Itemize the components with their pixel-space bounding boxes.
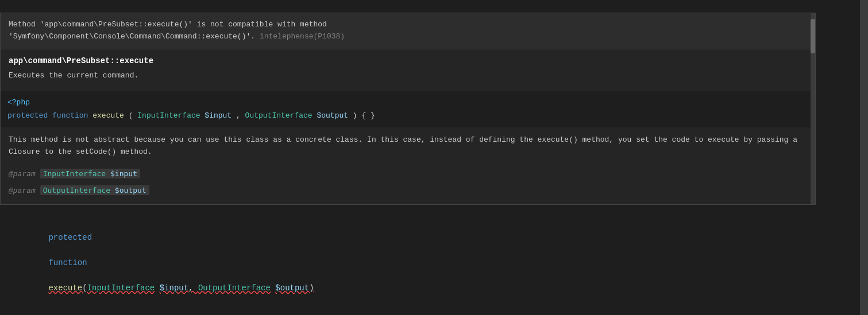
param2-tag: @param: [9, 186, 36, 195]
exec-open-paren: (: [82, 283, 87, 293]
php-tag: <?php: [7, 98, 30, 107]
hover-popup: Method 'app\command\PreSubset::execute()…: [0, 13, 816, 205]
error-source: intelephense(P1038): [260, 32, 345, 41]
exec-method-name: execute: [48, 283, 82, 293]
line-open-brace: {: [0, 308, 868, 315]
sig-open-paren: (: [129, 111, 133, 120]
param2-var: $output: [115, 186, 146, 195]
param2-type: OutputInterface: [43, 186, 110, 195]
exec-param1-var: $input: [160, 283, 188, 293]
param-section: @param InputInterface $input @param Outp…: [1, 165, 815, 204]
param1-line: @param InputInterface $input: [9, 167, 807, 181]
sig-tail: ) { }: [353, 111, 375, 120]
exec-param2-type: OutputInterface: [198, 283, 271, 293]
php-tag-line: <?php: [7, 96, 808, 109]
sig-param1-type: InputInterface: [137, 111, 200, 120]
sig-function: function: [52, 111, 88, 120]
sig-method: execute: [92, 111, 124, 120]
doc-section: app\command\PreSubset::execute Executes …: [1, 49, 815, 92]
sig-param2-var: $output: [317, 111, 348, 120]
editor-scrollbar[interactable]: [860, 0, 868, 315]
param1-type: InputInterface: [43, 169, 106, 178]
exec-comma: ,: [188, 283, 198, 293]
line-execute-signature: protected function execute(InputInterfac…: [0, 218, 868, 308]
error-section: Method 'app\command\PreSubset::execute()…: [1, 13, 815, 49]
sig-param2-type: OutputInterface: [245, 111, 313, 120]
popup-scrollbar[interactable]: [811, 13, 815, 204]
code-snippet: <?php protected function execute ( Input…: [1, 91, 815, 127]
exec-close-paren: ): [309, 283, 314, 293]
signature-line: protected function execute ( InputInterf…: [7, 109, 808, 122]
sig-param1-var: $input: [205, 111, 232, 120]
param1-var: $input: [110, 169, 137, 178]
exec-protected: protected: [48, 233, 92, 242]
editor-area: protected function configure() Method 'a…: [0, 0, 868, 315]
code-lines: protected function execute(InputInterfac…: [0, 218, 868, 315]
param2-line: @param OutputInterface $output: [9, 184, 807, 197]
doc-description: Executes the current command.: [9, 70, 807, 81]
error-line1: Method 'app\command\PreSubset::execute()…: [9, 19, 807, 31]
exec-param1-type: InputInterface: [87, 283, 155, 293]
error-line2: 'Symfony\Component\Console\Command\Comma…: [9, 31, 807, 43]
sig-protected: protected: [7, 111, 48, 120]
exec-param2-var: $output: [275, 283, 309, 293]
doc-body: This method is not abstract because you …: [1, 134, 815, 158]
exec-function: function: [48, 258, 87, 267]
param1-tag: @param: [9, 170, 36, 178]
sig-comma: ,: [236, 111, 245, 120]
doc-title: app\command\PreSubset::execute: [9, 56, 807, 65]
popup-scrollbar-thumb[interactable]: [811, 19, 815, 53]
